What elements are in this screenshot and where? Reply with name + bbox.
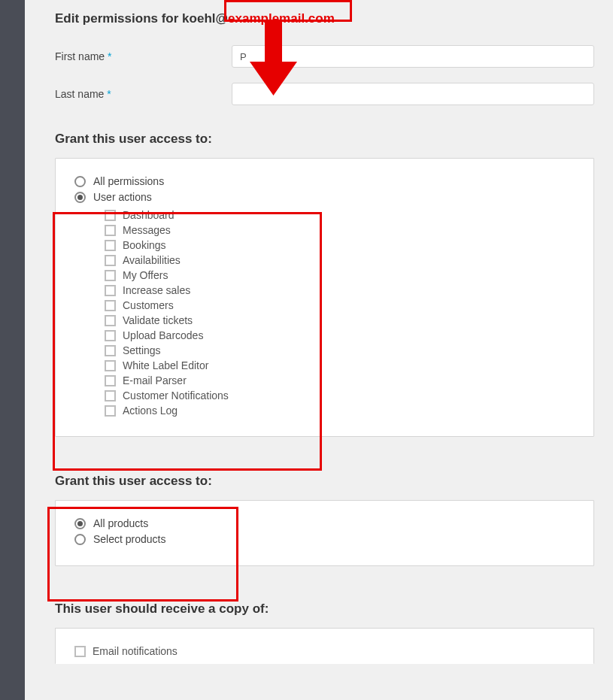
checkbox-label: Bookings [123,239,166,251]
checkbox-icon [105,225,116,236]
checkbox-action[interactable]: Increase sales [105,284,575,296]
first-name-row: First name * [55,45,594,68]
checkbox-label: Actions Log [123,405,178,417]
products-panel: All products Select products [55,500,594,566]
section-title-access: Grant this user access to: [55,132,594,147]
first-name-input[interactable] [232,45,594,68]
section-title-products: Grant this user access to: [55,474,594,489]
checkbox-icon [105,390,116,402]
checkbox-action[interactable]: Validate tickets [105,314,575,326]
checkbox-label: Customers [123,299,174,311]
checkbox-label: Customer Notifications [123,389,229,402]
checkbox-action[interactable]: Bookings [105,239,575,251]
checkbox-label: White Label Editor [123,359,208,371]
radio-label: Select products [93,533,166,545]
last-name-row: Last name * [55,83,594,105]
checkbox-label: Settings [123,344,161,356]
checkbox-icon [74,646,86,657]
required-mark: * [108,50,111,62]
checkbox-label: Validate tickets [123,314,193,326]
radio-icon [74,176,86,187]
page-title: Edit permissions for koehl@examplemail.c… [55,11,594,26]
first-name-label: First name * [55,50,232,62]
radio-all-products[interactable]: All products [74,517,575,529]
radio-label: User actions [93,191,152,203]
radio-user-actions[interactable]: User actions [74,191,575,203]
checkbox-icon [105,375,116,386]
checkbox-icon [105,315,116,326]
last-name-label: Last name * [55,88,232,100]
checkbox-action[interactable]: Customer Notifications [105,389,575,402]
last-name-input[interactable] [232,83,594,105]
checkbox-action[interactable]: White Label Editor [105,359,575,371]
checkbox-icon [105,360,116,371]
checkbox-copy-option[interactable]: Email notifications [74,645,575,657]
checkbox-icon [105,405,116,417]
checkbox-label: Dashboard [123,209,174,221]
radio-icon [74,534,86,545]
checkbox-action[interactable]: Messages [105,224,575,236]
radio-label: All products [93,517,148,529]
checkbox-icon [105,240,116,251]
radio-icon [74,192,86,203]
checkbox-icon [105,330,116,341]
checkbox-icon [105,345,116,356]
radio-select-products[interactable]: Select products [74,533,575,545]
checkbox-action[interactable]: Settings [105,344,575,356]
checkbox-label: Availabilities [123,254,181,266]
checkbox-icon [105,285,116,296]
checkbox-icon [105,255,116,266]
radio-icon [74,518,86,529]
checkbox-action[interactable]: Upload Barcodes [105,329,575,341]
checkbox-icon [105,270,116,281]
access-panel: All permissions User actions DashboardMe… [55,158,594,437]
checkbox-label: Messages [123,224,171,236]
checkbox-action[interactable]: Customers [105,299,575,311]
checkbox-icon [105,300,116,311]
radio-label: All permissions [93,175,164,187]
required-mark: * [107,88,111,100]
email-domain: examplemail.com [228,11,335,26]
checkbox-action[interactable]: E-mail Parser [105,374,575,386]
radio-all-permissions[interactable]: All permissions [74,175,575,187]
checkbox-icon [105,210,116,221]
checkbox-action[interactable]: Dashboard [105,209,575,221]
title-prefix: Edit permissions for koehl@ [55,11,228,26]
checkbox-label: Email notifications [93,645,178,657]
main-content: Edit permissions for koehl@examplemail.c… [25,0,613,664]
copy-panel: Email notifications [55,628,594,664]
checkbox-label: E-mail Parser [123,374,187,386]
checkbox-label: Upload Barcodes [123,329,203,341]
sidebar-stripe [0,0,25,700]
section-title-copy: This user should receive a copy of: [55,602,594,617]
checkbox-action[interactable]: Availabilities [105,254,575,266]
checkbox-action[interactable]: Actions Log [105,405,575,417]
checkbox-label: My Offers [123,269,168,281]
checkbox-action[interactable]: My Offers [105,269,575,281]
checkbox-label: Increase sales [123,284,190,296]
actions-checkbox-list: DashboardMessagesBookingsAvailabilitiesM… [105,209,575,417]
